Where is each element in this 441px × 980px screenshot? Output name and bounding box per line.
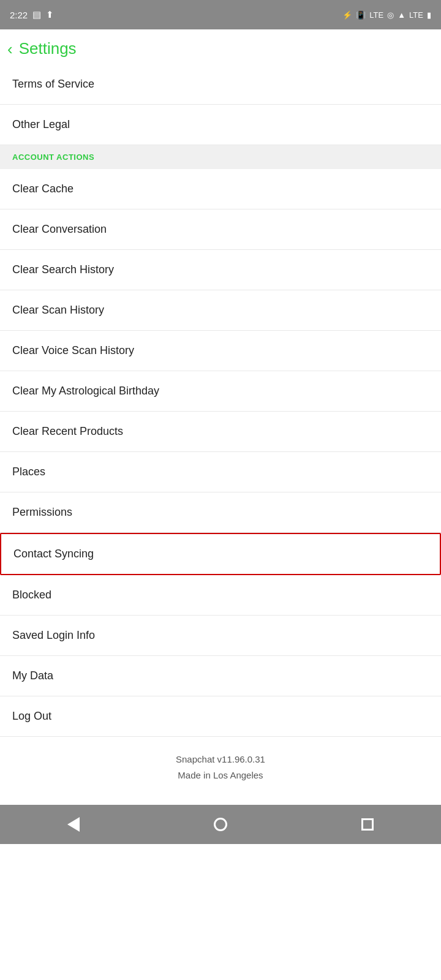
notification-icon: ▤ bbox=[32, 9, 41, 20]
settings-item-contact-syncing[interactable]: Contact Syncing bbox=[0, 533, 441, 575]
settings-item-terms-of-service[interactable]: Terms of Service bbox=[0, 64, 441, 105]
settings-item-clear-scan-history[interactable]: Clear Scan History bbox=[0, 290, 441, 331]
bluetooth-icon: ⚡ bbox=[342, 10, 352, 20]
bottom-nav bbox=[0, 805, 441, 844]
settings-item-my-data[interactable]: My Data bbox=[0, 656, 441, 696]
lte2-icon: LTE bbox=[409, 10, 423, 20]
status-bar: 2:22 ▤ ⬆ ⚡ 📳 LTE ◎ ▲ LTE ▮ bbox=[0, 0, 441, 29]
home-nav-icon bbox=[214, 818, 227, 831]
wifi-icon: ◎ bbox=[387, 10, 394, 20]
back-nav-button[interactable] bbox=[55, 812, 92, 837]
status-time: 2:22 bbox=[10, 10, 28, 20]
settings-item-clear-search-history[interactable]: Clear Search History bbox=[0, 250, 441, 290]
settings-item-clear-cache[interactable]: Clear Cache bbox=[0, 169, 441, 209]
footer-line1: Snapchat v11.96.0.31 bbox=[12, 752, 429, 767]
vibrate-icon: 📳 bbox=[356, 10, 366, 20]
section-header-account-actions: ACCOUNT ACTIONS bbox=[0, 145, 441, 169]
settings-item-other-legal[interactable]: Other Legal bbox=[0, 105, 441, 145]
settings-item-clear-conversation[interactable]: Clear Conversation bbox=[0, 209, 441, 250]
settings-item-log-out[interactable]: Log Out bbox=[0, 696, 441, 737]
signal-icon: ▲ bbox=[398, 10, 405, 20]
call-icon: LTE bbox=[369, 10, 383, 20]
settings-item-places[interactable]: Places bbox=[0, 452, 441, 492]
upload-icon: ⬆ bbox=[46, 9, 54, 20]
settings-list: Terms of ServiceOther LegalACCOUNT ACTIO… bbox=[0, 64, 441, 737]
footer-line2: Made in Los Angeles bbox=[12, 767, 429, 783]
status-right: ⚡ 📳 LTE ◎ ▲ LTE ▮ bbox=[342, 10, 431, 20]
back-button[interactable]: ‹ bbox=[7, 41, 13, 57]
page-title: Settings bbox=[19, 39, 77, 58]
recent-nav-button[interactable] bbox=[349, 812, 386, 837]
settings-item-saved-login-info[interactable]: Saved Login Info bbox=[0, 616, 441, 656]
settings-item-clear-recent-products[interactable]: Clear Recent Products bbox=[0, 412, 441, 452]
battery-icon: ▮ bbox=[427, 10, 431, 20]
status-left: 2:22 ▤ ⬆ bbox=[10, 9, 54, 20]
footer: Snapchat v11.96.0.31 Made in Los Angeles bbox=[0, 737, 441, 793]
settings-item-blocked[interactable]: Blocked bbox=[0, 575, 441, 616]
settings-item-clear-voice-scan-history[interactable]: Clear Voice Scan History bbox=[0, 331, 441, 371]
home-nav-button[interactable] bbox=[202, 812, 239, 837]
settings-item-clear-my-astrological-birthday[interactable]: Clear My Astrological Birthday bbox=[0, 371, 441, 412]
settings-item-permissions[interactable]: Permissions bbox=[0, 492, 441, 533]
settings-header: ‹ Settings bbox=[0, 29, 441, 64]
recent-nav-icon bbox=[361, 818, 374, 831]
back-nav-icon bbox=[67, 817, 80, 832]
